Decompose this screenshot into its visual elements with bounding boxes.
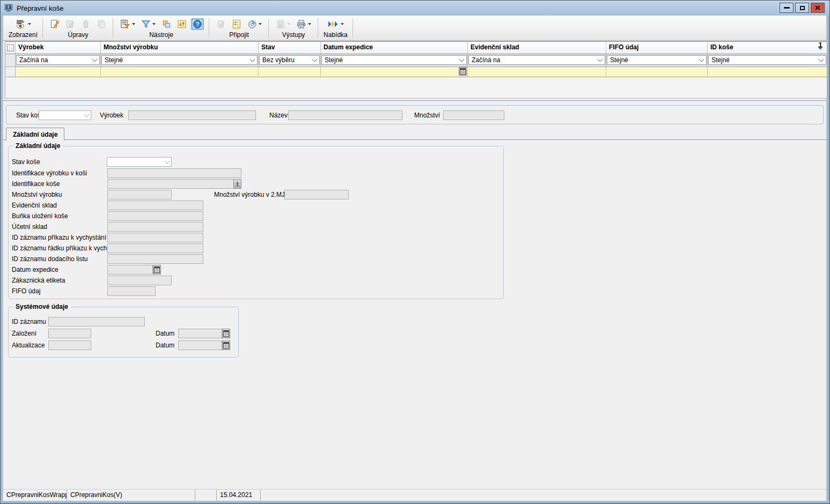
identifikace-kose-label: Identifikace koše xyxy=(12,179,60,189)
evidencni-sklad-input xyxy=(107,201,203,210)
minimize-icon xyxy=(784,7,790,9)
identifikace-vyrobku-label: Identifikace výrobku v koši xyxy=(12,168,87,178)
print-button[interactable] xyxy=(295,18,313,30)
toolbar-group-upravy: Úpravy xyxy=(43,16,113,40)
column-header-vyrobek[interactable]: Výrobek xyxy=(16,42,101,54)
chevron-down-icon xyxy=(92,56,98,62)
filter-input-vyrobek[interactable] xyxy=(16,67,100,77)
quick-nazev-label: Název xyxy=(269,110,288,120)
id-radku-prikazu-input xyxy=(107,243,203,253)
evidencni-sklad-label: Evidenční sklad xyxy=(12,201,57,210)
quick-vyrobek-label: Výrobek xyxy=(100,110,123,120)
view-button[interactable] xyxy=(14,18,33,30)
filter-input-mnozstvi-vyrobku[interactable] xyxy=(101,67,258,77)
filter-date-picker-button[interactable] xyxy=(459,67,467,76)
datum-expedice-label: Datum expedice xyxy=(12,265,58,275)
aktualizace-datum-input xyxy=(178,340,222,350)
column-header-mnozstvi-vyrobku[interactable]: Množství výrobku xyxy=(101,42,259,54)
new-record-button[interactable] xyxy=(48,18,61,30)
aktualizace-datum-label: Datum xyxy=(156,340,174,350)
parameters-button[interactable] xyxy=(175,18,188,30)
filter-combo-vyrobek[interactable]: Začíná na xyxy=(16,55,100,65)
filter-button[interactable] xyxy=(139,18,157,30)
layout-icon xyxy=(161,19,171,29)
parameters-icon xyxy=(177,19,187,29)
dropdown-arrow-icon xyxy=(287,23,290,25)
filter-input-stav[interactable] xyxy=(259,67,320,77)
id-zaznamu-input xyxy=(48,317,145,327)
aktualizace-datum-picker-button xyxy=(222,340,230,350)
insert-arrow-icon xyxy=(235,181,240,187)
zalozeni-label: Založení xyxy=(12,329,36,338)
toolbar-group-vystupy: Výstupy xyxy=(269,16,318,40)
filter-combo-id-kose[interactable]: Stejné xyxy=(708,55,826,65)
filter-input-evidencni-sklad[interactable] xyxy=(468,67,606,77)
fifo-udaj-input xyxy=(107,286,156,296)
toolbar-group-label: Zobrazení xyxy=(9,31,38,39)
menu-button[interactable] xyxy=(326,18,346,30)
filter-icon xyxy=(141,19,151,29)
mnozstvi-vyrobku-label: Množství výrobku xyxy=(12,190,62,199)
statusbar-date: 15.04.2021 xyxy=(217,490,261,501)
id-dodaciho-listu-input xyxy=(107,254,203,264)
copy-record-icon xyxy=(97,19,106,29)
ucetni-sklad-label: Účetní sklad xyxy=(12,222,47,232)
view-settings-icon xyxy=(120,19,130,29)
chevron-down-icon xyxy=(250,56,255,62)
toolbar: Zobrazení xyxy=(3,16,826,41)
select-all-cell xyxy=(5,42,16,54)
statusbar: CPrepravniKosWrapper CPrepravniKos(V) 15… xyxy=(3,489,826,501)
filter-combo-evidencni-sklad[interactable]: Začíná na xyxy=(468,55,605,65)
grid-header-row: Výrobek Množství výrobku Stav Datum expe… xyxy=(5,41,827,54)
filter-combo-mnozstvi-vyrobku[interactable]: Stejné xyxy=(101,55,258,65)
quick-mnozstvi-input xyxy=(443,110,504,120)
basic-data-group-title: Základní údaje xyxy=(13,142,63,150)
column-header-stav[interactable]: Stav xyxy=(259,42,321,54)
view-settings-button[interactable] xyxy=(119,18,137,30)
quick-stav-kose-combo[interactable] xyxy=(39,110,91,120)
calendar-icon xyxy=(460,68,466,75)
calendar-icon xyxy=(223,342,229,349)
quick-info-strip: Stav koše Výrobek Název Množství xyxy=(6,105,824,124)
zakaznicka-etiketa-input xyxy=(107,276,172,285)
export-button xyxy=(274,18,292,30)
column-header-id-kose[interactable]: ID koše 1 xyxy=(708,42,827,54)
app-window: Přepravní koše Zobrazení xyxy=(0,0,830,504)
toolbar-group-label: Úpravy xyxy=(68,31,89,39)
filter-input-fifo-udaj[interactable] xyxy=(606,67,707,77)
ucetni-sklad-input xyxy=(107,222,203,232)
media-button[interactable] xyxy=(246,18,263,30)
column-header-evidencni-sklad[interactable]: Evidenční sklad xyxy=(468,42,606,54)
checklist-button[interactable] xyxy=(230,18,243,30)
mnozstvi-2mj-input xyxy=(284,190,349,199)
quick-nazev-input xyxy=(288,110,402,120)
minimize-button[interactable] xyxy=(780,3,794,13)
help-button[interactable]: ? xyxy=(191,18,204,30)
close-button[interactable] xyxy=(811,3,825,13)
sort-indicator: 1 xyxy=(818,42,823,50)
statusbar-spacer xyxy=(261,490,826,501)
filter-combo-datum-expedice[interactable]: Stejné xyxy=(321,55,467,65)
edit-record-button xyxy=(64,18,77,30)
toolbar-group-label: Nástroje xyxy=(149,31,173,39)
column-header-datum-expedice[interactable]: Datum expedice xyxy=(321,42,468,54)
toolbar-group-nabidka: Nabídka xyxy=(318,16,353,40)
filter-input-datum-expedice[interactable] xyxy=(321,67,459,77)
select-all-checkbox[interactable] xyxy=(7,45,14,51)
tab-zakladni-udaje[interactable]: Základní údaje xyxy=(6,128,64,140)
bunka-ulozeni-input xyxy=(107,211,203,221)
filter-input-id-kose[interactable] xyxy=(708,67,827,77)
chevron-down-icon xyxy=(819,56,824,62)
identifikace-kose-browse-button xyxy=(233,179,241,189)
layout-button[interactable] xyxy=(160,18,173,30)
aktualizace-label: Aktualizace xyxy=(12,340,45,350)
grid-filter-input-row xyxy=(5,67,827,77)
window-title: Přepravní koše xyxy=(17,4,63,12)
titlebar: Přepravní koše xyxy=(1,1,829,16)
filter-combo-fifo-udaj[interactable]: Stejné xyxy=(607,55,707,65)
column-header-fifo-udaj[interactable]: FIFO údaj xyxy=(606,42,708,54)
maximize-button[interactable] xyxy=(795,3,809,13)
mnozstvi-2mj-label: Množství výrobku v 2.MJ xyxy=(214,190,285,199)
stav-kose-combo[interactable] xyxy=(107,157,172,167)
filter-combo-stav[interactable]: Bez výběru xyxy=(259,55,320,65)
